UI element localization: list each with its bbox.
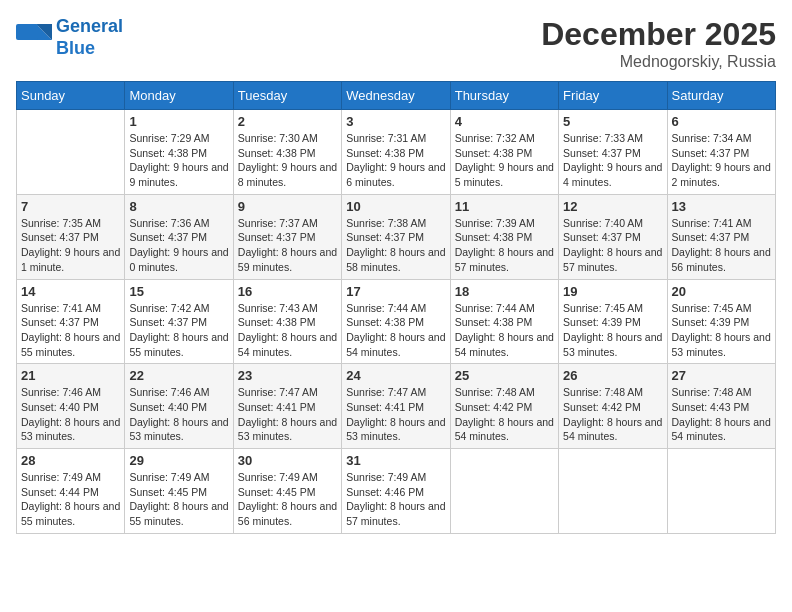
day-cell: 30Sunrise: 7:49 AMSunset: 4:45 PMDayligh… xyxy=(233,449,341,534)
day-number: 10 xyxy=(346,199,445,214)
day-cell: 2Sunrise: 7:30 AMSunset: 4:38 PMDaylight… xyxy=(233,110,341,195)
day-cell: 16Sunrise: 7:43 AMSunset: 4:38 PMDayligh… xyxy=(233,279,341,364)
day-cell: 13Sunrise: 7:41 AMSunset: 4:37 PMDayligh… xyxy=(667,194,775,279)
weekday-header-monday: Monday xyxy=(125,82,233,110)
week-row-5: 28Sunrise: 7:49 AMSunset: 4:44 PMDayligh… xyxy=(17,449,776,534)
day-cell: 27Sunrise: 7:48 AMSunset: 4:43 PMDayligh… xyxy=(667,364,775,449)
day-info: Sunrise: 7:44 AMSunset: 4:38 PMDaylight:… xyxy=(455,301,554,360)
day-number: 3 xyxy=(346,114,445,129)
day-cell: 8Sunrise: 7:36 AMSunset: 4:37 PMDaylight… xyxy=(125,194,233,279)
day-cell: 19Sunrise: 7:45 AMSunset: 4:39 PMDayligh… xyxy=(559,279,667,364)
day-cell: 10Sunrise: 7:38 AMSunset: 4:37 PMDayligh… xyxy=(342,194,450,279)
day-cell: 9Sunrise: 7:37 AMSunset: 4:37 PMDaylight… xyxy=(233,194,341,279)
day-cell xyxy=(450,449,558,534)
day-cell: 4Sunrise: 7:32 AMSunset: 4:38 PMDaylight… xyxy=(450,110,558,195)
day-info: Sunrise: 7:49 AMSunset: 4:44 PMDaylight:… xyxy=(21,470,120,529)
day-number: 31 xyxy=(346,453,445,468)
day-info: Sunrise: 7:36 AMSunset: 4:37 PMDaylight:… xyxy=(129,216,228,275)
day-number: 8 xyxy=(129,199,228,214)
weekday-header-sunday: Sunday xyxy=(17,82,125,110)
day-info: Sunrise: 7:33 AMSunset: 4:37 PMDaylight:… xyxy=(563,131,662,190)
day-info: Sunrise: 7:38 AMSunset: 4:37 PMDaylight:… xyxy=(346,216,445,275)
day-cell: 15Sunrise: 7:42 AMSunset: 4:37 PMDayligh… xyxy=(125,279,233,364)
day-number: 22 xyxy=(129,368,228,383)
day-info: Sunrise: 7:44 AMSunset: 4:38 PMDaylight:… xyxy=(346,301,445,360)
day-info: Sunrise: 7:46 AMSunset: 4:40 PMDaylight:… xyxy=(21,385,120,444)
day-info: Sunrise: 7:48 AMSunset: 4:42 PMDaylight:… xyxy=(455,385,554,444)
day-number: 2 xyxy=(238,114,337,129)
day-cell: 11Sunrise: 7:39 AMSunset: 4:38 PMDayligh… xyxy=(450,194,558,279)
day-cell xyxy=(667,449,775,534)
day-info: Sunrise: 7:29 AMSunset: 4:38 PMDaylight:… xyxy=(129,131,228,190)
day-number: 12 xyxy=(563,199,662,214)
day-info: Sunrise: 7:46 AMSunset: 4:40 PMDaylight:… xyxy=(129,385,228,444)
day-info: Sunrise: 7:30 AMSunset: 4:38 PMDaylight:… xyxy=(238,131,337,190)
day-cell: 1Sunrise: 7:29 AMSunset: 4:38 PMDaylight… xyxy=(125,110,233,195)
day-cell: 7Sunrise: 7:35 AMSunset: 4:37 PMDaylight… xyxy=(17,194,125,279)
day-cell: 26Sunrise: 7:48 AMSunset: 4:42 PMDayligh… xyxy=(559,364,667,449)
day-info: Sunrise: 7:32 AMSunset: 4:38 PMDaylight:… xyxy=(455,131,554,190)
page-header: General Blue December 2025 Mednogorskiy,… xyxy=(16,16,776,71)
day-cell: 17Sunrise: 7:44 AMSunset: 4:38 PMDayligh… xyxy=(342,279,450,364)
day-cell: 31Sunrise: 7:49 AMSunset: 4:46 PMDayligh… xyxy=(342,449,450,534)
day-info: Sunrise: 7:39 AMSunset: 4:38 PMDaylight:… xyxy=(455,216,554,275)
day-info: Sunrise: 7:37 AMSunset: 4:37 PMDaylight:… xyxy=(238,216,337,275)
weekday-header-saturday: Saturday xyxy=(667,82,775,110)
day-cell: 5Sunrise: 7:33 AMSunset: 4:37 PMDaylight… xyxy=(559,110,667,195)
day-number: 29 xyxy=(129,453,228,468)
day-number: 23 xyxy=(238,368,337,383)
day-number: 20 xyxy=(672,284,771,299)
weekday-header-thursday: Thursday xyxy=(450,82,558,110)
day-info: Sunrise: 7:31 AMSunset: 4:38 PMDaylight:… xyxy=(346,131,445,190)
week-row-3: 14Sunrise: 7:41 AMSunset: 4:37 PMDayligh… xyxy=(17,279,776,364)
day-cell: 24Sunrise: 7:47 AMSunset: 4:41 PMDayligh… xyxy=(342,364,450,449)
title-block: December 2025 Mednogorskiy, Russia xyxy=(541,16,776,71)
day-number: 18 xyxy=(455,284,554,299)
day-number: 9 xyxy=(238,199,337,214)
day-cell: 25Sunrise: 7:48 AMSunset: 4:42 PMDayligh… xyxy=(450,364,558,449)
day-cell: 6Sunrise: 7:34 AMSunset: 4:37 PMDaylight… xyxy=(667,110,775,195)
day-info: Sunrise: 7:48 AMSunset: 4:42 PMDaylight:… xyxy=(563,385,662,444)
day-cell: 20Sunrise: 7:45 AMSunset: 4:39 PMDayligh… xyxy=(667,279,775,364)
day-info: Sunrise: 7:49 AMSunset: 4:45 PMDaylight:… xyxy=(238,470,337,529)
day-info: Sunrise: 7:35 AMSunset: 4:37 PMDaylight:… xyxy=(21,216,120,275)
day-number: 21 xyxy=(21,368,120,383)
day-cell: 28Sunrise: 7:49 AMSunset: 4:44 PMDayligh… xyxy=(17,449,125,534)
weekday-header-row: SundayMondayTuesdayWednesdayThursdayFrid… xyxy=(17,82,776,110)
day-cell: 3Sunrise: 7:31 AMSunset: 4:38 PMDaylight… xyxy=(342,110,450,195)
day-number: 7 xyxy=(21,199,120,214)
day-info: Sunrise: 7:43 AMSunset: 4:38 PMDaylight:… xyxy=(238,301,337,360)
day-cell: 18Sunrise: 7:44 AMSunset: 4:38 PMDayligh… xyxy=(450,279,558,364)
day-number: 26 xyxy=(563,368,662,383)
logo-icon xyxy=(16,20,52,56)
day-info: Sunrise: 7:34 AMSunset: 4:37 PMDaylight:… xyxy=(672,131,771,190)
day-info: Sunrise: 7:48 AMSunset: 4:43 PMDaylight:… xyxy=(672,385,771,444)
day-info: Sunrise: 7:45 AMSunset: 4:39 PMDaylight:… xyxy=(672,301,771,360)
month-title: December 2025 xyxy=(541,16,776,53)
day-number: 16 xyxy=(238,284,337,299)
logo-text: General Blue xyxy=(56,16,123,59)
day-cell: 12Sunrise: 7:40 AMSunset: 4:37 PMDayligh… xyxy=(559,194,667,279)
day-number: 27 xyxy=(672,368,771,383)
day-cell xyxy=(559,449,667,534)
day-number: 19 xyxy=(563,284,662,299)
day-info: Sunrise: 7:49 AMSunset: 4:45 PMDaylight:… xyxy=(129,470,228,529)
day-info: Sunrise: 7:47 AMSunset: 4:41 PMDaylight:… xyxy=(238,385,337,444)
location: Mednogorskiy, Russia xyxy=(541,53,776,71)
day-info: Sunrise: 7:47 AMSunset: 4:41 PMDaylight:… xyxy=(346,385,445,444)
day-number: 1 xyxy=(129,114,228,129)
day-info: Sunrise: 7:40 AMSunset: 4:37 PMDaylight:… xyxy=(563,216,662,275)
weekday-header-wednesday: Wednesday xyxy=(342,82,450,110)
day-number: 13 xyxy=(672,199,771,214)
day-info: Sunrise: 7:41 AMSunset: 4:37 PMDaylight:… xyxy=(21,301,120,360)
logo: General Blue xyxy=(16,16,123,59)
logo-line1: General xyxy=(56,16,123,36)
day-number: 17 xyxy=(346,284,445,299)
day-cell xyxy=(17,110,125,195)
day-cell: 22Sunrise: 7:46 AMSunset: 4:40 PMDayligh… xyxy=(125,364,233,449)
day-number: 6 xyxy=(672,114,771,129)
week-row-2: 7Sunrise: 7:35 AMSunset: 4:37 PMDaylight… xyxy=(17,194,776,279)
day-number: 30 xyxy=(238,453,337,468)
weekday-header-friday: Friday xyxy=(559,82,667,110)
calendar-table: SundayMondayTuesdayWednesdayThursdayFrid… xyxy=(16,81,776,534)
